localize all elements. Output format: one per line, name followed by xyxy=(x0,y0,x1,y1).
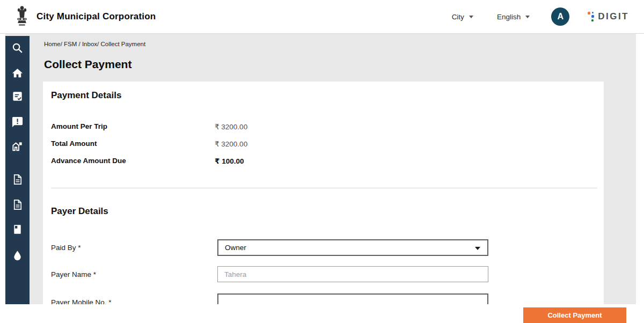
collect-payment-screen: City Municipal Corporation City English … xyxy=(0,0,644,323)
home-icon[interactable] xyxy=(11,67,24,79)
city-dropdown[interactable]: City xyxy=(452,13,473,21)
top-bar: City Municipal Corporation City English … xyxy=(0,0,644,34)
payer-details-heading: Payer Details xyxy=(51,206,108,217)
national-emblem-logo xyxy=(15,5,29,28)
org-title: City Municipal Corporation xyxy=(36,11,156,22)
language-dropdown-label: English xyxy=(497,13,521,21)
chevron-down-icon xyxy=(525,16,530,18)
collect-payment-button[interactable]: Collect Payment xyxy=(523,307,626,323)
language-dropdown[interactable]: English xyxy=(497,13,530,21)
amount-per-trip-value: ₹ 3200.00 xyxy=(215,122,247,131)
digit-logo-text: DIGIT xyxy=(598,11,629,22)
search-icon[interactable] xyxy=(11,42,24,54)
section-divider xyxy=(51,188,597,188)
avatar[interactable]: A xyxy=(551,8,569,26)
action-bar: Collect Payment xyxy=(0,304,644,323)
chevron-down-icon xyxy=(475,247,480,250)
paid-by-selected-value: Owner xyxy=(225,244,246,252)
sidebar xyxy=(5,36,30,305)
document-icon[interactable] xyxy=(11,173,24,186)
city-dropdown-label: City xyxy=(452,13,464,21)
amount-per-trip-label: Amount Per Trip xyxy=(51,122,107,130)
complaint-icon[interactable] xyxy=(11,116,24,128)
advance-amount-due-label: Advance Amount Due xyxy=(51,157,126,165)
digit-logo: DIGIT xyxy=(588,11,629,22)
total-amount-value: ₹ 3200.00 xyxy=(215,140,247,148)
payer-name-input[interactable] xyxy=(217,266,488,282)
payment-details-heading: Payment Details xyxy=(51,90,121,101)
droplet-icon[interactable] xyxy=(11,249,24,262)
document-2-icon[interactable] xyxy=(11,199,24,211)
page-title: Collect Payment xyxy=(44,58,131,71)
digit-logo-icon xyxy=(588,12,595,22)
collect-payment-card: Payment Details Amount Per Trip ₹ 3200.0… xyxy=(43,82,604,305)
total-amount-label: Total Amount xyxy=(51,140,97,148)
payer-name-label: Payer Name * xyxy=(51,270,96,278)
breadcrumb[interactable]: Home/ FSM / Inbox/ Collect Payment xyxy=(44,41,145,47)
paid-by-label: Paid By * xyxy=(51,244,81,252)
checklist-icon[interactable] xyxy=(11,90,24,102)
paid-by-select[interactable]: Owner xyxy=(217,239,488,256)
chevron-down-icon xyxy=(469,16,473,18)
card-icon[interactable] xyxy=(11,223,24,236)
advance-amount-due-value: ₹ 100.00 xyxy=(215,157,244,165)
top-bar-right: City English A DIGIT xyxy=(452,8,629,26)
brand: City Municipal Corporation xyxy=(15,5,156,28)
business-icon[interactable] xyxy=(11,140,24,152)
